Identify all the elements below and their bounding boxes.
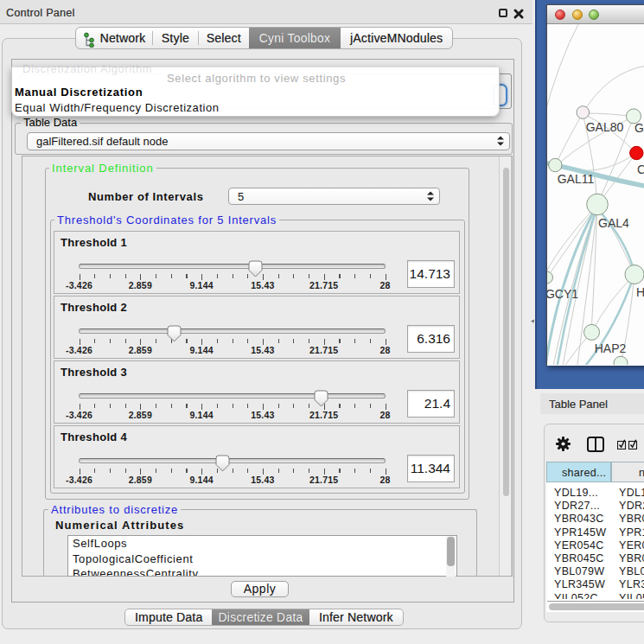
svg-text:HAP2: HAP2 — [595, 341, 627, 355]
svg-text:GA: GA — [634, 121, 644, 135]
svg-text:GAL11: GAL11 — [558, 172, 595, 186]
svg-text:H: H — [636, 285, 644, 299]
svg-text:GAL80: GAL80 — [586, 120, 624, 134]
svg-text:C: C — [637, 163, 644, 176]
svg-text:GCY1: GCY1 — [547, 287, 578, 301]
svg-text:GAL4: GAL4 — [598, 216, 629, 230]
